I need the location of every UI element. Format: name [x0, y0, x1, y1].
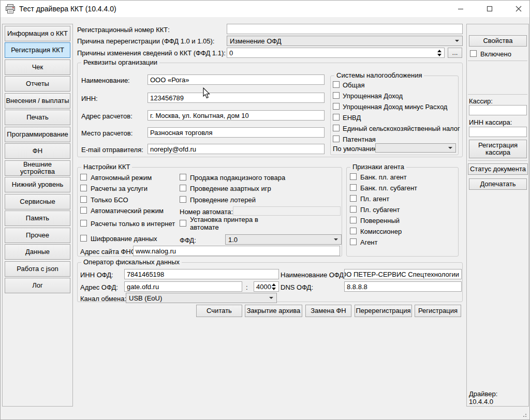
rereg-reason-select[interactable]: Изменение ОФД — [227, 36, 463, 46]
settings-checkbox-internet-only[interactable] — [80, 220, 87, 227]
maximize-button[interactable] — [478, 1, 502, 17]
machine-number-label: Номер автомата: — [180, 208, 233, 216]
tax-checkbox-patent[interactable] — [333, 136, 340, 142]
sidebar-item-payments[interactable]: Внесения / выплаты — [5, 93, 70, 109]
registration-button[interactable]: Регистрация — [415, 305, 461, 317]
minimize-button[interactable] — [449, 1, 473, 17]
cashier-input[interactable] — [469, 105, 527, 115]
spinner-icons[interactable] — [436, 48, 443, 57]
sidebar-item-external-devices[interactable]: Внешние устройства — [5, 160, 70, 176]
reprint-button[interactable]: Допечатать — [469, 178, 527, 190]
spinner-up-icon — [272, 283, 276, 286]
titlebar: Тест драйвера ККТ (10.4.4.0) — [1, 1, 529, 17]
ffd-select[interactable]: 1.0 — [225, 234, 342, 245]
sidebar-item-data[interactable]: Данные — [5, 244, 70, 260]
document-status-button[interactable]: Статус документа — [468, 163, 528, 175]
ofd-port-spinner[interactable]: 4000 — [254, 281, 279, 292]
tax-default-select[interactable] — [375, 143, 456, 153]
settings-option-label: Продажа подакцизного товара — [190, 174, 285, 182]
settings-checkbox-automatic[interactable] — [80, 207, 87, 214]
settings-checkbox-bso-only[interactable] — [80, 196, 87, 203]
agent-group-title: Признаки агента — [350, 163, 406, 171]
fns-site-input[interactable]: www.nalog.ru — [133, 246, 340, 256]
tax-checkbox-common[interactable] — [333, 81, 340, 88]
reg-number-label: Регистрационный номер ККТ: — [77, 26, 170, 34]
read-button[interactable]: Считать — [196, 305, 242, 317]
agent-checkbox-pay-agent[interactable] — [350, 195, 357, 202]
register-cashier-button[interactable]: Регистрация кассира — [469, 140, 527, 158]
org-name-input[interactable]: ООО «Рога» — [148, 74, 325, 85]
settings-checkbox-autonomous[interactable] — [80, 174, 87, 181]
tax-option-label: Общая — [343, 81, 365, 89]
reg-number-input[interactable] — [227, 24, 463, 34]
tax-checkbox-usn-income[interactable] — [333, 92, 340, 99]
machine-number-input — [233, 206, 341, 216]
driver-version: 10.4.4.0 — [469, 398, 493, 406]
ffd-value: 1.0 — [228, 236, 238, 244]
sidebar-item-log[interactable]: Лог — [5, 278, 70, 293]
settings-checkbox-excise[interactable] — [180, 174, 186, 181]
agent-checkbox-agent[interactable] — [350, 238, 357, 245]
sidebar-item-json[interactable]: Работа с json — [5, 261, 70, 277]
change-reasons-more-button[interactable]: ... — [448, 48, 462, 58]
ofd-dns-input[interactable]: 8.8.8.8 — [344, 281, 462, 292]
divider — [468, 160, 527, 161]
org-address-label: Адрес расчетов: — [81, 112, 132, 120]
tax-checkbox-agricultural[interactable] — [333, 125, 340, 131]
agent-checkbox-bank-agent[interactable] — [350, 173, 357, 180]
sidebar-item-print[interactable]: Печать — [5, 110, 70, 125]
sidebar-item-other[interactable]: Прочее — [5, 228, 70, 243]
properties-button[interactable]: Свойства — [469, 35, 527, 47]
ofd-name-input[interactable]: ООО ПЕТЕР-СЕРВИС Спецтехнологии — [344, 269, 462, 279]
divider — [468, 61, 527, 61]
org-inn-input[interactable]: 123456789 — [148, 93, 325, 103]
agent-option-label: Банк. пл. агент — [360, 173, 407, 181]
sidebar-item-fn[interactable]: ФН — [5, 143, 70, 159]
agent-checkbox-attorney[interactable] — [350, 217, 357, 223]
spinner-icons[interactable] — [270, 282, 277, 291]
change-reasons-spinner[interactable]: 0 — [227, 48, 445, 58]
mouse-cursor-icon — [203, 87, 211, 99]
close-archive-button[interactable]: Закрытие архива — [245, 305, 302, 317]
agent-checkbox-pay-subagent[interactable] — [350, 206, 357, 213]
org-place-input[interactable]: Разносная торговля — [148, 127, 325, 138]
settings-checkbox-lottery[interactable] — [180, 196, 186, 203]
fns-site-label: Адрес сайта ФНС: — [80, 248, 138, 256]
sidebar-item-low-level[interactable]: Нижний уровень — [5, 177, 70, 192]
settings-checkbox-gambling[interactable] — [180, 185, 186, 191]
maximize-icon — [487, 6, 493, 12]
replace-fn-button[interactable]: Замена ФН — [305, 305, 351, 317]
ofd-channel-select[interactable]: USB (EoU) — [126, 293, 277, 303]
agent-option-label: Агент — [360, 238, 378, 246]
reregistration-button[interactable]: Перерегистрация — [355, 305, 412, 317]
settings-checkbox-encryption[interactable] — [80, 235, 87, 242]
window-title: Тест драйвера ККТ (10.4.4.0) — [19, 5, 116, 13]
cashier-inn-input[interactable] — [469, 127, 527, 137]
agent-checkbox-commissioner[interactable] — [350, 228, 357, 234]
agent-checkbox-bank-subagent[interactable] — [350, 184, 357, 191]
ofd-address-input[interactable]: gate.ofd.ru — [124, 281, 242, 292]
tax-checkbox-usn-income-expense[interactable] — [333, 103, 340, 110]
settings-checkbox-services[interactable] — [80, 185, 87, 191]
sidebar-item-kkt-registration[interactable]: Регистрация ККТ — [5, 42, 70, 58]
cashier-label: Кассир: — [469, 97, 493, 105]
settings-checkbox-printer-in-machine[interactable] — [180, 220, 186, 227]
sidebar-item-memory[interactable]: Память — [5, 211, 70, 226]
tax-checkbox-envd[interactable] — [333, 114, 340, 121]
enabled-checkbox[interactable] — [470, 50, 477, 57]
right-panel: Свойства Включено Кассир: ИНН кассира: Р… — [466, 24, 529, 407]
sidebar-item-kkt-info[interactable]: Информация о ККТ — [5, 26, 70, 41]
divider — [468, 94, 527, 95]
org-email-input[interactable]: noreply@ofd.ru — [148, 144, 325, 154]
sidebar-item-reports[interactable]: Отчеты — [5, 76, 70, 92]
sidebar-item-service[interactable]: Сервисные — [5, 194, 70, 209]
spinner-up-icon — [437, 50, 441, 52]
settings-option-label: Расчеты только в интернет — [91, 220, 175, 228]
close-button[interactable] — [507, 1, 530, 17]
org-address-input[interactable]: г. Москва, ул. Копытная, дом 10 — [148, 110, 325, 121]
sidebar-item-receipt[interactable]: Чек — [5, 59, 70, 75]
tax-default-label: По умолчанию: — [333, 145, 380, 153]
sidebar-item-programming[interactable]: Программирование — [5, 127, 70, 142]
settings-option-label: Шифрование данных — [91, 235, 157, 243]
ofd-inn-input[interactable]: 7841465198 — [124, 269, 279, 279]
